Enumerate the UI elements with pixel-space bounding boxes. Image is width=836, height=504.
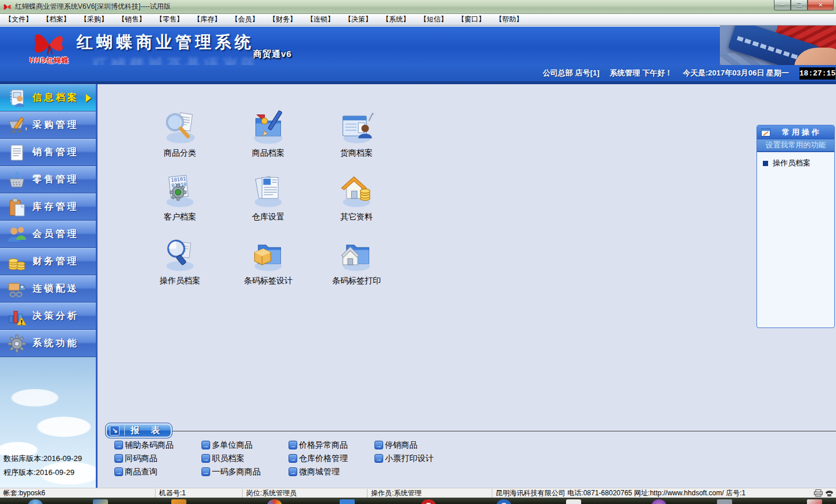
menu-sms[interactable]: 【短信】 [420,15,448,24]
arrow-right-icon: → [201,467,210,476]
report-link-goods-query[interactable]: →商品查询 [114,465,201,478]
menu-finance[interactable]: 【财务】 [269,15,297,24]
brand-reflection: 红蝴蝶商业管理系统 [93,55,260,65]
module-goods-category[interactable]: 商品分类 [136,109,224,172]
report-link-price-abnormal[interactable]: →价格异常商品 [289,438,374,452]
quick-actions-title: 常用操作 [782,127,821,138]
members-icon [7,225,27,244]
menu-window[interactable]: 【窗口】 [457,15,485,24]
coins-icon [7,252,27,272]
menu-member[interactable]: 【会员】 [231,15,259,24]
taskbar-icon[interactable] [717,499,732,504]
sidebar-item-sales[interactable]: 销售管理 [0,139,96,166]
report-divider-line [172,431,836,431]
report-link-one-code-multi[interactable]: →一码多商商品 [201,465,289,478]
module-barcode-design[interactable]: 条码标签设计 [224,236,312,300]
report-link-label: 仓库价格管理 [299,453,348,464]
report-link-micro-mall[interactable]: →微商城管理 [289,465,374,478]
arrow-right-icon: → [289,454,297,463]
taskbar-icon[interactable] [267,499,282,504]
taskbar-icon[interactable] [340,499,355,504]
folder-house-icon [338,236,375,273]
clock: 18:27:15 [799,67,835,80]
report-title: 报 表 [131,425,164,436]
menu-archive[interactable]: 【档案】 [42,15,70,24]
report-link-aux-barcode[interactable]: →辅助条码商品 [114,438,201,452]
report-header-button[interactable]: ↘ 报 表 [105,423,172,438]
search-document-icon [161,109,199,146]
taskbar-icon[interactable] [566,499,581,504]
module-label: 操作员档案 [160,276,200,286]
window-pencil-icon [761,128,770,136]
arrow-right-icon: → [289,467,297,476]
sidebar-item-finance[interactable]: 财务管理 [0,248,96,275]
menu-retail[interactable]: 【零售】 [156,15,183,24]
module-goods-archive[interactable]: 商品档案 [224,109,312,172]
phone-icon[interactable] [825,489,834,497]
menu-file[interactable]: 【文件】 [5,15,33,24]
status-bar: 帐套:byposk6 机器号:1 岗位:系统管理员 操作员:系统管理 昆明海讯科… [0,488,836,498]
arrow-right-icon: → [114,454,123,463]
module-supplier-archive[interactable]: 货商档案 [312,109,401,172]
report-link-discontinued[interactable]: →停销商品 [374,438,462,452]
close-button[interactable]: ✕ [808,0,834,10]
menu-sales[interactable]: 【销售】 [118,15,146,24]
sidebar-item-chain-delivery[interactable]: 连锁配送 [0,275,96,303]
selected-arrow-icon [86,94,91,102]
document-gear-icon: 10101 01010 [161,172,199,210]
module-operator-archive[interactable]: 操作员档案 [136,236,224,300]
report-link-label: 一码多商商品 [212,467,261,477]
menu-decision[interactable]: 【决策】 [344,15,372,24]
minimize-button[interactable]: ─ [774,0,791,10]
status-icons [814,489,836,497]
store-info: 公司总部 店号[1] [543,68,600,78]
taskbar-icon[interactable] [93,499,108,504]
set-favorites-button[interactable]: 设置我常用的功能 [757,139,834,152]
arrow-right-icon: → [114,441,123,449]
taskbar-start-orb[interactable] [28,499,43,504]
sidebar-item-member[interactable]: 会员管理 [0,221,96,248]
taskbar-icon[interactable] [651,499,666,504]
taskbar-icon[interactable] [421,499,436,504]
report-link-label: 职员档案 [212,453,244,464]
arrow-right-icon: → [114,467,123,476]
menu-help[interactable]: 【帮助】 [495,15,523,24]
header-banner: HHD红蝴蝶 红蝴蝶商业管理系统 红蝴蝶商业管理系统 商贸通v6 [0,26,836,65]
printer-icon[interactable] [814,489,823,497]
arrow-right-icon: → [289,441,297,449]
menu-bar: 【文件】 【档案】 【采购】 【销售】 【零售】 【库存】 【会员】 【财务】 … [0,14,836,26]
square-bullet-icon [763,161,768,166]
report-link-warehouse-price[interactable]: →仓库价格管理 [289,452,374,465]
sidebar-item-retail[interactable]: 零售管理 [0,166,96,193]
menu-chain[interactable]: 【连锁】 [307,15,334,24]
module-barcode-print[interactable]: 条码标签打印 [312,236,401,300]
quick-item-operator-archive[interactable]: 操作员档案 [757,152,834,168]
report-link-receipt-design[interactable]: →小票打印设计 [374,452,462,465]
document-icon [7,143,27,163]
app-version: 程序版本:2016-09-29 [3,466,82,480]
maximize-button[interactable]: ❐ [791,0,808,10]
windows-taskbar[interactable] [0,498,836,504]
papers-icon [250,172,287,210]
report-link-staff-archive[interactable]: →职员档案 [201,452,289,465]
greeting-text: 系统管理 下午好！ [610,68,673,78]
report-link-multi-unit[interactable]: →多单位商品 [201,438,289,452]
taskbar-icon[interactable] [807,499,822,504]
sidebar-item-decision[interactable]: 决策分析 [0,303,96,330]
module-customer-archive[interactable]: 10101 01010 客户档案 [136,172,224,236]
report-link-same-code[interactable]: →同码商品 [114,452,201,465]
arrow-right-icon: → [201,454,210,463]
sidebar-item-label: 采购管理 [33,119,79,131]
menu-system[interactable]: 【系统】 [382,15,410,24]
status-account: 帐套:byposk6 [0,489,156,498]
module-other-data[interactable]: 其它资料 [312,172,401,236]
sidebar-item-info-archive[interactable]: 信息档案 [0,84,96,111]
menu-purchase[interactable]: 【采购】 [80,15,108,24]
taskbar-icon[interactable] [496,499,511,504]
module-warehouse-setting[interactable]: 仓库设置 [224,172,312,236]
sidebar-item-purchase[interactable]: 采购管理 [0,111,96,139]
menu-inventory[interactable]: 【库存】 [193,15,221,24]
sidebar-item-system[interactable]: 系统功能 [0,330,96,357]
sidebar-item-inventory[interactable]: 库存管理 [0,193,96,221]
taskbar-icon[interactable] [171,499,186,504]
